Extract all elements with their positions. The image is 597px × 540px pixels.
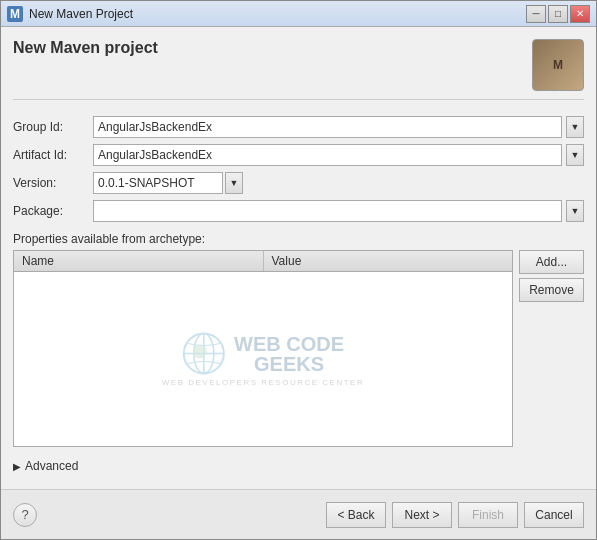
help-button[interactable]: ? bbox=[13, 503, 37, 527]
watermark-main-text1: WEB CODE bbox=[234, 334, 344, 354]
version-input[interactable] bbox=[93, 172, 223, 194]
group-id-input-wrap: ▼ bbox=[93, 116, 584, 138]
artifact-id-dropdown-btn[interactable]: ▼ bbox=[566, 144, 584, 166]
version-label: Version: bbox=[13, 176, 93, 190]
group-id-dropdown-btn[interactable]: ▼ bbox=[566, 116, 584, 138]
package-label: Package: bbox=[13, 204, 93, 218]
watermark-text-block: WEB CODE GEEKS bbox=[234, 334, 344, 374]
package-input-wrap: ▼ bbox=[93, 200, 584, 222]
finish-button[interactable]: Finish bbox=[458, 502, 518, 528]
cancel-button[interactable]: Cancel bbox=[524, 502, 584, 528]
window-title: New Maven Project bbox=[29, 7, 526, 21]
content-area: New Maven project M Group Id: ▼ Artifact… bbox=[1, 27, 596, 489]
table-header: Name Value bbox=[14, 251, 512, 272]
package-row: Package: ▼ bbox=[13, 200, 584, 222]
artifact-id-row: Artifact Id: ▼ bbox=[13, 144, 584, 166]
form-area: Group Id: ▼ Artifact Id: ▼ Version: bbox=[13, 116, 584, 477]
artifact-id-input-wrap: ▼ bbox=[93, 144, 584, 166]
minimize-button[interactable]: ─ bbox=[526, 5, 546, 23]
add-button[interactable]: Add... bbox=[519, 250, 584, 274]
svg-point-4 bbox=[193, 345, 207, 359]
watermark-logo: WEB CODE GEEKS bbox=[162, 332, 364, 376]
title-bar: M New Maven Project ─ □ ✕ bbox=[1, 1, 596, 27]
watermark-main-text2: GEEKS bbox=[234, 354, 344, 374]
package-dropdown-btn[interactable]: ▼ bbox=[566, 200, 584, 222]
group-id-row: Group Id: ▼ bbox=[13, 116, 584, 138]
next-button[interactable]: Next > bbox=[392, 502, 452, 528]
name-column-header: Name bbox=[14, 251, 264, 271]
artifact-id-label: Artifact Id: bbox=[13, 148, 93, 162]
maven-icon: M bbox=[532, 39, 584, 91]
advanced-toggle[interactable]: ▶ Advanced bbox=[13, 459, 584, 473]
page-title: New Maven project bbox=[13, 39, 158, 57]
svg-point-1 bbox=[194, 334, 214, 374]
package-input[interactable] bbox=[93, 200, 562, 222]
watermark-globe-icon bbox=[182, 332, 226, 376]
watermark-sub-text: WEB DEVELOPERS RESOURCE CENTER bbox=[162, 378, 364, 387]
properties-section: Properties available from archetype: Nam… bbox=[13, 232, 584, 447]
remove-button[interactable]: Remove bbox=[519, 278, 584, 302]
properties-content: Name Value bbox=[13, 250, 584, 447]
version-row: Version: ▼ bbox=[13, 172, 584, 194]
advanced-label: Advanced bbox=[25, 459, 78, 473]
advanced-section: ▶ Advanced bbox=[13, 455, 584, 477]
version-dropdown-btn[interactable]: ▼ bbox=[225, 172, 243, 194]
title-bar-controls: ─ □ ✕ bbox=[526, 5, 590, 23]
watermark: WEB CODE GEEKS WEB DEVELOPERS RESOURCE C… bbox=[162, 332, 364, 387]
advanced-arrow-icon: ▶ bbox=[13, 461, 21, 472]
artifact-id-input[interactable] bbox=[93, 144, 562, 166]
table-body[interactable]: WEB CODE GEEKS WEB DEVELOPERS RESOURCE C… bbox=[14, 272, 512, 446]
back-button[interactable]: < Back bbox=[326, 502, 386, 528]
properties-buttons: Add... Remove bbox=[519, 250, 584, 447]
maximize-button[interactable]: □ bbox=[548, 5, 568, 23]
group-id-label: Group Id: bbox=[13, 120, 93, 134]
page-header: New Maven project M bbox=[13, 39, 584, 100]
footer-right: < Back Next > Finish Cancel bbox=[326, 502, 584, 528]
value-column-header: Value bbox=[264, 251, 513, 271]
properties-table: Name Value bbox=[13, 250, 513, 447]
version-select-wrap: ▼ bbox=[93, 172, 243, 194]
dialog-footer: ? < Back Next > Finish Cancel bbox=[1, 489, 596, 539]
footer-left: ? bbox=[13, 503, 37, 527]
close-button[interactable]: ✕ bbox=[570, 5, 590, 23]
svg-point-0 bbox=[184, 334, 224, 374]
main-window: M New Maven Project ─ □ ✕ New Maven proj… bbox=[0, 0, 597, 540]
window-icon: M bbox=[7, 6, 23, 22]
properties-label: Properties available from archetype: bbox=[13, 232, 584, 246]
group-id-input[interactable] bbox=[93, 116, 562, 138]
